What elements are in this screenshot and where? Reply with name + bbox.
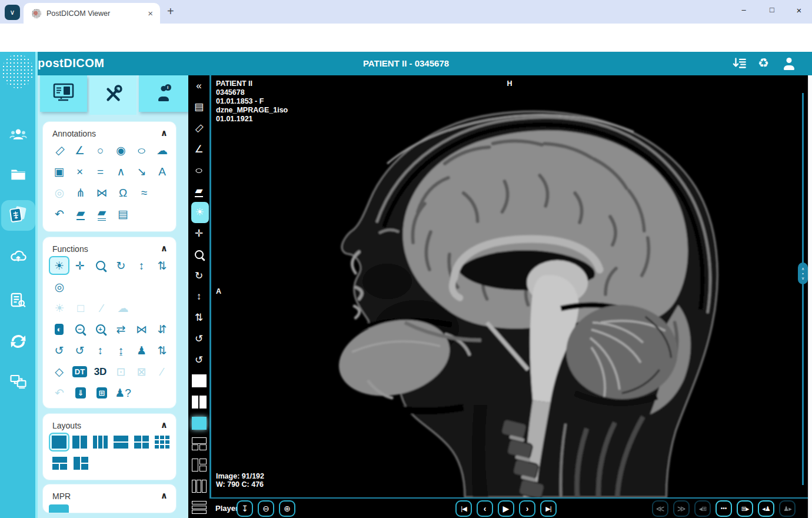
zoom-in[interactable]: + xyxy=(90,320,111,338)
export-queue-icon[interactable] xyxy=(732,56,747,74)
recycle-bin-icon[interactable]: ♻ xyxy=(758,57,769,69)
parallel-lines-tool[interactable]: = xyxy=(90,162,111,181)
point-tool[interactable]: ◎ xyxy=(49,183,70,202)
window-minimize-button[interactable]: – xyxy=(735,5,753,14)
layout-rows[interactable] xyxy=(188,497,209,518)
window-level[interactable]: ☀ xyxy=(49,256,69,275)
freehand-region[interactable]: ☁ xyxy=(112,298,134,317)
collapse-panel[interactable]: « xyxy=(188,75,209,97)
save-annotations[interactable]: ▤ xyxy=(112,204,134,223)
patient-unknown[interactable]: ♟? xyxy=(112,383,134,402)
patient-orientation[interactable]: ♟ xyxy=(131,341,152,360)
layout-1x2[interactable] xyxy=(188,391,209,413)
page-scrollbar[interactable] xyxy=(808,75,812,518)
scroll-images[interactable]: ↕ xyxy=(188,286,209,307)
sidebar-item-sync[interactable] xyxy=(1,327,35,358)
localizer[interactable]: ◎ xyxy=(49,277,70,296)
first-image[interactable]: |◀ xyxy=(455,500,472,517)
rotate[interactable]: ↻ xyxy=(188,265,209,286)
pan[interactable]: ✛ xyxy=(188,223,209,244)
calibrate-length[interactable]: ∕ xyxy=(91,298,112,317)
image-viewport[interactable]: PATIENT II 0345678 01.01.1853 - F dzne_M… xyxy=(211,75,808,497)
previous-series-page[interactable]: ≪ xyxy=(652,500,668,517)
ellipse-tool[interactable]: ○ xyxy=(131,141,152,160)
angle-tool[interactable]: ∠ xyxy=(69,141,90,160)
play[interactable]: ▶ xyxy=(498,500,514,517)
previous-patient[interactable]: ◂♟ xyxy=(758,500,774,517)
window-level[interactable]: ☀ xyxy=(191,202,209,223)
zoom-out[interactable]: − xyxy=(69,320,90,338)
stack-scroll[interactable]: ⇅ xyxy=(152,256,172,275)
flip-horizontal[interactable]: ⇄ xyxy=(111,320,131,338)
layout-1x3[interactable] xyxy=(188,476,209,497)
tab-tools[interactable] xyxy=(89,75,137,115)
last-image[interactable]: ▶| xyxy=(540,500,557,517)
sidebar-item-share[interactable] xyxy=(1,367,35,398)
stack-scroll[interactable]: ⇅ xyxy=(188,307,209,328)
next-image[interactable]: › xyxy=(519,500,535,517)
image-scroll-track[interactable] xyxy=(802,93,804,485)
view-report[interactable]: ▤ xyxy=(188,97,209,118)
browser-tab[interactable]: PostDICOM Viewer × xyxy=(24,3,160,24)
window-close-button[interactable]: × xyxy=(790,5,808,15)
undo-annotation[interactable]: ↶ xyxy=(49,204,70,223)
layout-3x3[interactable] xyxy=(152,433,172,451)
next-series-page[interactable]: ≫ xyxy=(673,500,690,517)
spline-tool[interactable]: ≈ xyxy=(134,183,155,202)
sort-images[interactable]: ⇅ xyxy=(152,341,172,360)
dicom-tags[interactable]: DT xyxy=(69,362,90,381)
sidebar-item-viewer[interactable] xyxy=(1,200,35,231)
pan[interactable]: ✛ xyxy=(69,256,90,275)
scroll-images[interactable]: ↕ xyxy=(131,256,152,275)
window-maximize-button[interactable]: □ xyxy=(763,5,781,14)
next-patient[interactable]: ♟▸ xyxy=(779,500,796,517)
calibrate-2[interactable]: ∕ xyxy=(152,362,172,381)
sidebar-item-upload[interactable] xyxy=(1,241,35,272)
cross-measure-tool[interactable]: × xyxy=(69,162,90,181)
filled-ellipse-tool[interactable]: ◉ xyxy=(111,141,131,160)
erase-annotation[interactable]: ▰ xyxy=(70,204,91,223)
arrow-tool[interactable]: ↘ xyxy=(131,162,152,181)
layout-1-top-2-bottom[interactable] xyxy=(188,434,209,455)
rotate-flip[interactable]: ⇵ xyxy=(152,320,172,338)
layout-1x1-current[interactable] xyxy=(188,370,209,391)
open-3d[interactable]: 3D xyxy=(90,362,111,381)
previous-image[interactable]: ‹ xyxy=(477,500,493,517)
export-image[interactable]: ⇓ xyxy=(70,383,91,402)
reset-image[interactable]: ↺ xyxy=(49,341,69,360)
sidebar-item-folders[interactable] xyxy=(1,160,35,191)
layout-1-top-2-bottom[interactable] xyxy=(49,454,70,473)
sidebar-item-patients[interactable] xyxy=(1,120,35,151)
layout-1x2[interactable] xyxy=(69,433,90,451)
erase-annotations[interactable]: ▰ xyxy=(188,181,209,202)
angle-tool[interactable]: ∠ xyxy=(188,138,209,160)
mpr-collapse-icon[interactable]: ∧ xyxy=(161,490,168,501)
next-series-layout[interactable]: ⊞▸ xyxy=(737,500,753,517)
account-icon[interactable] xyxy=(783,58,796,72)
image-tag[interactable]: ◇ xyxy=(49,362,69,381)
layouts-collapse-icon[interactable]: ∧ xyxy=(161,420,168,430)
save-image[interactable]: ⊞ xyxy=(91,383,112,402)
tab-patient-info[interactable]: i xyxy=(139,75,188,112)
length-tool[interactable]: ▭ xyxy=(49,141,69,160)
window-level-region[interactable]: ☀ xyxy=(49,298,70,317)
rectangle-tool[interactable]: ▣ xyxy=(49,162,69,181)
zoom[interactable] xyxy=(90,256,111,275)
functions-collapse-icon[interactable]: ∧ xyxy=(161,243,168,254)
tab-display-settings[interactable] xyxy=(40,75,87,112)
tab-close-icon[interactable]: × xyxy=(148,8,153,18)
polyline-tool[interactable]: ∧ xyxy=(111,162,131,181)
new-tab-button[interactable]: + xyxy=(167,5,174,18)
speed-up[interactable]: ⊕ xyxy=(279,500,295,517)
image-scroll-thumb[interactable]: ∧ • ∨ xyxy=(798,263,808,284)
invert[interactable]: ◐ xyxy=(49,320,69,338)
length-tool[interactable]: ▭ xyxy=(188,118,209,139)
roi-select[interactable]: ⊡ xyxy=(111,362,131,381)
text-tool[interactable]: A xyxy=(152,162,172,181)
more-series[interactable]: ••• xyxy=(716,500,732,517)
reset-window-level[interactable]: ↺ xyxy=(69,341,90,360)
fit-vertical[interactable]: ↕ xyxy=(90,341,111,360)
annotations-collapse-icon[interactable]: ∧ xyxy=(161,128,168,138)
active-series-box[interactable] xyxy=(188,413,209,434)
export-video[interactable]: ↧ xyxy=(237,500,253,517)
